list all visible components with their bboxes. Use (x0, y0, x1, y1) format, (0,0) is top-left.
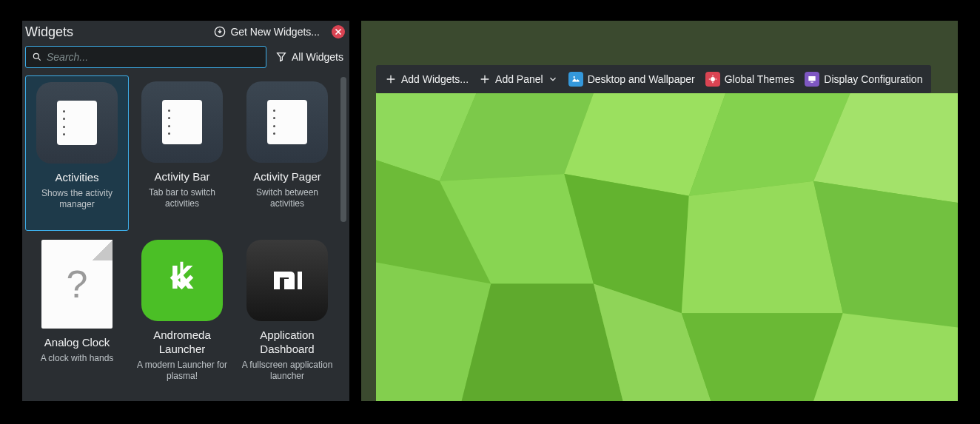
activities-icon (246, 81, 328, 163)
search-input[interactable] (47, 51, 260, 63)
all-widgets-label: All Widgets (292, 51, 343, 63)
add-panel-label: Add Panel (495, 73, 543, 85)
funnel-icon (275, 51, 287, 63)
close-button[interactable] (332, 25, 345, 38)
desktop-and-wallpaper-button[interactable]: Desktop and Wallpaper (567, 72, 697, 87)
desktop-wallpaper-label: Desktop and Wallpaper (588, 73, 695, 85)
display-config-label: Display Configuration (824, 73, 922, 85)
widget-card-andromeda-launcher[interactable]: K Andromeda Launcher A modern Launcher f… (130, 234, 234, 389)
global-themes-button[interactable]: Global Themes (704, 72, 796, 87)
widget-desc: A modern Launcher for plasma! (135, 360, 229, 382)
display-configuration-button[interactable]: Display Configuration (803, 72, 924, 87)
display-icon (805, 72, 819, 87)
svg-rect-4 (284, 279, 289, 289)
widget-name: Activities (30, 171, 124, 185)
wallpaper-icon (568, 72, 583, 87)
add-panel-button[interactable]: Add Panel (477, 73, 560, 85)
desktop-edit-toolbar: Add Widgets... Add Panel Desktop and Wal… (376, 65, 931, 93)
widget-card-analog-clock[interactable]: ? Analog Clock A clock with hands (25, 234, 129, 389)
desktop-area: Add Widgets... Add Panel Desktop and Wal… (361, 21, 958, 401)
search-field[interactable] (25, 46, 266, 68)
svg-rect-5 (298, 272, 302, 289)
widget-desc: Shows the activity manager (30, 188, 124, 210)
chevron-down-icon (548, 74, 558, 84)
widget-card-application-dashboard[interactable]: Application Dashboard A fullscreen appli… (235, 234, 339, 389)
widget-grid-wrapper: Activities Shows the activity manager Ac… (22, 73, 349, 401)
svg-rect-8 (809, 76, 816, 81)
widget-desc: Tab bar to switch activities (135, 187, 229, 209)
svg-point-7 (711, 77, 715, 81)
application-dashboard-icon (246, 240, 328, 321)
widget-card-activity-bar[interactable]: Activity Bar Tab bar to switch activitie… (130, 75, 234, 231)
download-icon (214, 26, 226, 38)
activities-icon (141, 81, 223, 163)
widget-name: Activity Bar (135, 170, 229, 184)
andromeda-icon: K (141, 240, 223, 321)
kde-gear-icon: K (156, 255, 208, 306)
widget-desc: A clock with hands (30, 353, 124, 364)
all-widgets-filter-button[interactable]: All Widgets (272, 51, 346, 63)
widget-panel-header: Widgets Get New Widgets... (22, 21, 349, 43)
plus-icon (385, 73, 397, 85)
activities-icon (36, 82, 118, 164)
global-themes-label: Global Themes (725, 73, 795, 85)
search-icon (32, 52, 42, 62)
get-new-widgets-label: Get New Widgets... (230, 26, 320, 38)
widget-panel-title: Widgets (25, 24, 73, 40)
add-widgets-label: Add Widgets... (401, 73, 469, 85)
widget-name: Andromeda Launcher (135, 329, 229, 357)
widget-card-activity-pager[interactable]: Activity Pager Switch between activities (235, 75, 339, 231)
svg-point-6 (573, 76, 574, 78)
theme-icon (705, 72, 720, 87)
widget-card-activities[interactable]: Activities Shows the activity manager (25, 75, 129, 231)
add-widgets-button[interactable]: Add Widgets... (383, 73, 470, 85)
unknown-file-icon: ? (41, 240, 113, 329)
svg-rect-3 (274, 272, 280, 289)
svg-point-1 (33, 53, 38, 58)
widget-search-row: All Widgets (22, 43, 349, 73)
widget-name: Analog Clock (30, 336, 124, 350)
get-new-widgets-button[interactable]: Get New Widgets... (214, 26, 320, 38)
close-icon (333, 27, 343, 37)
mi-logo-icon (264, 257, 311, 304)
widget-desc: A fullscreen application launcher (240, 360, 335, 382)
widget-name: Activity Pager (240, 170, 335, 184)
widget-explorer-panel: Widgets Get New Widgets... All Widgets (22, 21, 349, 401)
widget-desc: Switch between activities (240, 187, 335, 209)
widget-grid: Activities Shows the activity manager Ac… (25, 75, 349, 389)
svg-text:K: K (170, 259, 194, 295)
plus-icon (479, 73, 491, 85)
widget-grid-scrollbar[interactable] (340, 77, 346, 222)
desktop-wallpaper[interactable] (376, 93, 958, 401)
svg-rect-9 (811, 82, 814, 83)
widget-name: Application Dashboard (240, 329, 335, 357)
